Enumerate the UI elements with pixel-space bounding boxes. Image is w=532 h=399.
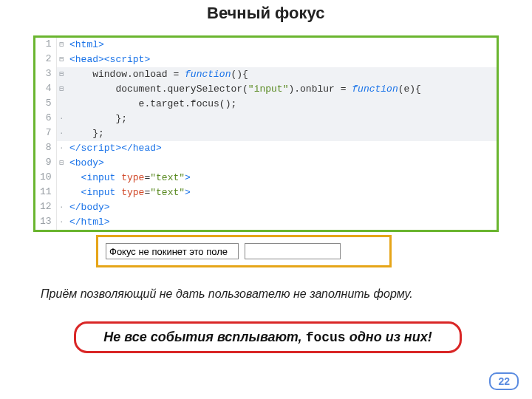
callout-box: Не все события всплывают, focus одно из … xyxy=(74,321,462,353)
code-content: window.onload = function(){ xyxy=(66,67,497,82)
code-content: <input type="text"> xyxy=(66,171,497,185)
line-number: 2 xyxy=(35,52,56,67)
code-content: </script></head> xyxy=(66,141,497,156)
line-number: 9 xyxy=(35,156,56,171)
line-number: 11 xyxy=(35,185,56,200)
code-line: 2⊟<head><script> xyxy=(35,52,497,67)
fold-gutter-icon: ⊟ xyxy=(56,38,66,52)
code-line: 9⊟<body> xyxy=(35,156,497,171)
code-content: <input type="text"> xyxy=(66,185,497,200)
line-number: 5 xyxy=(35,97,56,112)
fold-gutter-icon xyxy=(56,171,66,185)
fold-gutter-icon: · xyxy=(56,200,66,215)
code-content: }; xyxy=(66,112,497,126)
fold-gutter-icon: ⊟ xyxy=(56,52,66,67)
line-number: 13 xyxy=(35,215,56,230)
line-number: 3 xyxy=(35,67,56,82)
code-content: </html> xyxy=(66,215,497,230)
fold-gutter-icon: ⊟ xyxy=(56,67,66,82)
line-number: 10 xyxy=(35,171,56,185)
code-content: <body> xyxy=(66,156,497,171)
fold-gutter-icon: ⊟ xyxy=(56,156,66,171)
code-line: 3⊟ window.onload = function(){ xyxy=(35,67,497,82)
code-content: e.target.focus(); xyxy=(66,97,497,112)
description-text: Приём позволяющий не дать пользователю н… xyxy=(41,287,462,301)
code-table: 1⊟<html>2⊟<head><script>3⊟ window.onload… xyxy=(35,38,497,230)
code-line: 6· }; xyxy=(35,112,497,126)
line-number: 6 xyxy=(35,112,56,126)
code-content: <head><script> xyxy=(66,52,497,67)
fold-gutter-icon xyxy=(56,97,66,112)
focus-demo-box xyxy=(96,235,392,267)
callout-pre: Не все события всплывают, xyxy=(103,330,305,344)
code-line: 7· }; xyxy=(35,126,497,141)
fold-gutter-icon: · xyxy=(56,126,66,141)
fold-gutter-icon: ⊟ xyxy=(56,82,66,97)
code-line: 12·</body> xyxy=(35,200,497,215)
code-line: 5 e.target.focus(); xyxy=(35,97,497,112)
fold-gutter-icon xyxy=(56,185,66,200)
slide-title: Вечный фокус xyxy=(207,4,355,22)
code-content: }; xyxy=(66,126,497,141)
code-editor: 1⊟<html>2⊟<head><script>3⊟ window.onload… xyxy=(33,35,499,232)
fold-gutter-icon: · xyxy=(56,215,66,230)
code-content: </body> xyxy=(66,200,497,215)
line-number: 8 xyxy=(35,141,56,156)
code-content: <html> xyxy=(66,38,497,52)
fold-gutter-icon: · xyxy=(56,141,66,156)
code-line: 1⊟<html> xyxy=(35,38,497,52)
code-line: 8·</script></head> xyxy=(35,141,497,156)
line-number: 1 xyxy=(35,38,56,52)
focus-input-1[interactable] xyxy=(106,243,239,259)
callout-mono: focus xyxy=(306,330,346,345)
page-number-badge: 22 xyxy=(489,372,519,390)
line-number: 7 xyxy=(35,126,56,141)
callout-post: одно из них! xyxy=(346,330,432,344)
code-line: 4⊟ document.querySelector("input").onblu… xyxy=(35,82,497,97)
code-line: 13·</html> xyxy=(35,215,497,230)
code-line: 10 <input type="text"> xyxy=(35,171,497,185)
line-number: 12 xyxy=(35,200,56,215)
line-number: 4 xyxy=(35,82,56,97)
code-content: document.querySelector("input").onblur =… xyxy=(66,82,497,97)
focus-input-2[interactable] xyxy=(245,243,341,259)
fold-gutter-icon: · xyxy=(56,112,66,126)
code-line: 11 <input type="text"> xyxy=(35,185,497,200)
